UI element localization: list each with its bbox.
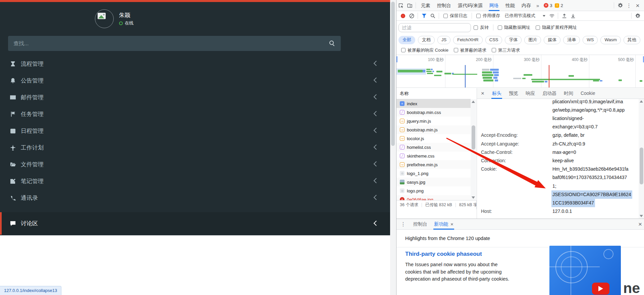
request-row[interactable]: logo_1.png: [396, 169, 471, 178]
hide-data-urls-checkbox[interactable]: 隐藏数据网址: [498, 24, 530, 31]
page-scrollbar-thumb[interactable]: [391, 2, 395, 146]
import-har-icon[interactable]: [560, 11, 569, 20]
sidebar-item-bell[interactable]: 公告管理: [0, 72, 390, 89]
details-tab-Cookie[interactable]: Cookie: [577, 88, 599, 99]
chevron-left-icon: [374, 144, 379, 150]
page-scrollbar[interactable]: [390, 0, 396, 295]
tab-网络[interactable]: 网络: [486, 0, 502, 11]
settings-gear-icon[interactable]: [616, 1, 625, 10]
record-icon[interactable]: [398, 11, 407, 20]
details-tab-时间[interactable]: 时间: [560, 88, 577, 99]
sidebar-item-hourglass[interactable]: 流程管理: [0, 55, 390, 72]
chip-CSS[interactable]: CSS: [485, 36, 502, 44]
sidebar-item-folder[interactable]: 文件管理: [0, 156, 390, 173]
chip-Wasm[interactable]: Wasm: [600, 36, 621, 44]
device-toolbar-icon[interactable]: [405, 1, 414, 10]
tab-控制台[interactable]: 控制台: [434, 0, 454, 11]
scrollbar-thumb[interactable]: [472, 125, 475, 150]
request-row[interactable]: ╱skintheme.css: [396, 152, 471, 160]
chip-其他[interactable]: 其他: [624, 36, 640, 44]
invert-checkbox[interactable]: 反转: [474, 24, 489, 31]
details-tab-启动器[interactable]: 启动器: [539, 88, 560, 99]
blocked-cookies-checkbox[interactable]: 被屏蔽的响应 Cookie: [401, 47, 448, 53]
tab-内存[interactable]: 内存: [518, 0, 534, 11]
request-row[interactable]: ╱bootstrap.min.css: [396, 108, 471, 117]
details-tab-响应[interactable]: 响应: [522, 88, 539, 99]
network-conditions-icon[interactable]: [547, 11, 556, 20]
request-row[interactable]: <>jquery.min.js: [396, 117, 471, 125]
filter-icon[interactable]: [420, 11, 428, 20]
drawer-tab-新功能[interactable]: 新功能×: [431, 219, 457, 230]
sidebar-item-plane[interactable]: 工作计划: [0, 139, 390, 156]
close-details-icon[interactable]: ×: [477, 91, 488, 96]
throttling-select[interactable]: 已停用节流模式: [505, 13, 545, 19]
chip-文档[interactable]: 文档: [418, 36, 435, 44]
chip-图片[interactable]: 图片: [524, 36, 541, 44]
request-row[interactable]: ≡index: [396, 99, 471, 108]
preserve-log-checkbox[interactable]: 保留日志: [443, 13, 467, 19]
scroll-down-icon[interactable]: [640, 215, 643, 217]
hide-extension-urls-checkbox[interactable]: 隐藏扩展程序网址: [536, 24, 577, 31]
search-input[interactable]: [8, 36, 329, 51]
scrollbar-thumb[interactable]: [640, 148, 643, 184]
chip-字体[interactable]: 字体: [505, 36, 522, 44]
clear-icon[interactable]: [407, 11, 416, 20]
sidebar-item-envelope[interactable]: 邮件管理: [0, 89, 390, 106]
chip-WS[interactable]: WS: [583, 36, 598, 44]
export-har-icon[interactable]: [569, 11, 577, 20]
tab-close-icon[interactable]: ×: [450, 219, 453, 229]
request-row[interactable]: ╱homelist.css: [396, 143, 471, 152]
filter-input[interactable]: [398, 23, 471, 32]
sidebar-item-label: 公告管理: [21, 77, 44, 84]
blocked-requests-checkbox[interactable]: 被屏蔽的请求: [454, 47, 486, 53]
more-tabs-icon[interactable]: »: [534, 3, 541, 8]
sidebar-item-comment[interactable]: 讨论区: [0, 212, 390, 235]
avatar[interactable]: [95, 9, 114, 28]
request-row[interactable]: logo.png: [396, 186, 471, 195]
chip-清单[interactable]: 清单: [563, 36, 580, 44]
warning-badge[interactable]: ! 2: [555, 3, 563, 8]
scroll-down-icon[interactable]: [472, 196, 475, 199]
drawer-close-icon[interactable]: ×: [638, 221, 642, 227]
request-row[interactable]: <>tocolor.js: [396, 134, 471, 143]
request-row[interactable]: ×0e0646ae.jpg: [396, 195, 471, 200]
request-list-scrollbar[interactable]: [471, 99, 476, 200]
sidebar-item-phone[interactable]: 通讯录: [0, 189, 390, 206]
inspect-element-icon[interactable]: [396, 1, 405, 10]
network-settings-gear-icon[interactable]: [633, 11, 642, 20]
chip-Fetch/XHR[interactable]: Fetch/XHR: [453, 36, 483, 44]
overview-handle-left[interactable]: [396, 56, 397, 62]
chip-全部[interactable]: 全部: [398, 36, 415, 44]
sidebar-item-edit[interactable]: 笔记管理: [0, 173, 390, 189]
details-tab-标头[interactable]: 标头: [488, 88, 505, 99]
sidebar-item-calendar[interactable]: 日程管理: [0, 122, 390, 139]
tab-性能[interactable]: 性能: [502, 0, 518, 11]
search-network-icon[interactable]: [428, 11, 437, 20]
request-row[interactable]: <>bootstrap.min.js: [396, 125, 471, 134]
devtools-menu-icon[interactable]: ⋮: [625, 1, 633, 10]
network-overview-timeline[interactable]: 100 毫秒200 毫秒300 毫秒400 毫秒500 毫秒: [396, 55, 644, 88]
header-line: baf0f6190=1703763523,170434437: [477, 173, 638, 182]
request-row[interactable]: oasys.jpg: [396, 178, 471, 186]
scroll-up-icon[interactable]: [472, 101, 475, 103]
third-party-checkbox[interactable]: 第三方请求: [492, 47, 520, 53]
tab-源代码/来源[interactable]: 源代码/来源: [454, 0, 486, 11]
tab-元素[interactable]: 元素: [418, 0, 434, 11]
request-list-header[interactable]: 名称: [396, 88, 471, 99]
chip-JS[interactable]: JS: [437, 36, 450, 44]
sidebar-item-flag[interactable]: 任务管理: [0, 106, 390, 122]
error-badge[interactable]: ✕ 3: [544, 3, 552, 8]
chip-媒体[interactable]: 媒体: [544, 36, 560, 44]
whats-new-video-thumbnail[interactable]: [549, 246, 621, 295]
scroll-up-icon[interactable]: [640, 100, 643, 103]
disable-cache-checkbox[interactable]: 停用缓存: [476, 13, 500, 19]
drawer-tab-控制台[interactable]: 控制台: [410, 219, 431, 230]
devtools-close-icon[interactable]: ×: [633, 1, 642, 10]
request-row[interactable]: <>prefixfree.min.js: [396, 160, 471, 169]
drawer-menu-icon[interactable]: ⋮: [396, 221, 410, 227]
details-scrollbar[interactable]: [639, 99, 644, 219]
whats-new-article-title[interactable]: Third-party cookie phaseout: [405, 251, 482, 257]
details-tab-预览[interactable]: 预览: [505, 88, 522, 99]
search-icon[interactable]: [329, 41, 335, 46]
play-button-icon[interactable]: [592, 283, 609, 295]
